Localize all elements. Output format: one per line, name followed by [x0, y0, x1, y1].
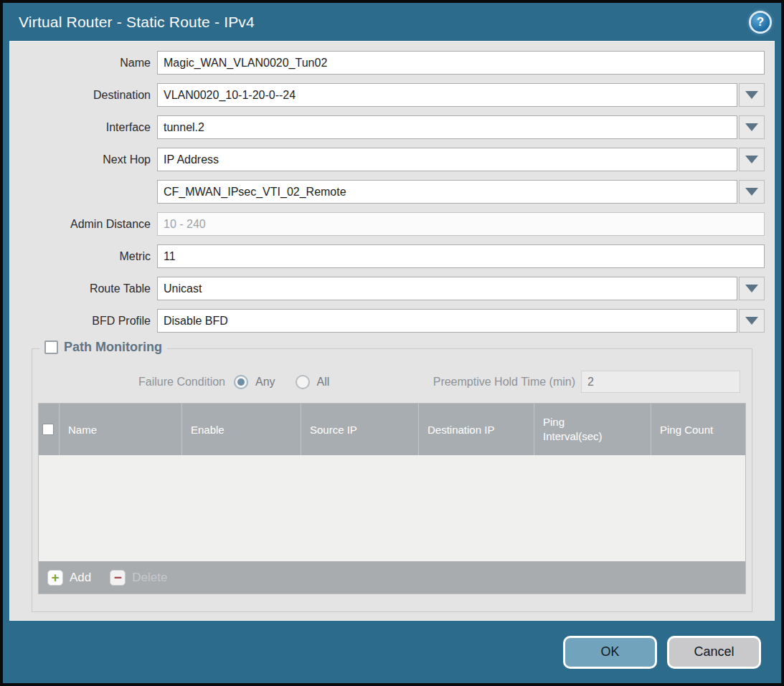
- table-header-source-ip[interactable]: Source IP: [301, 404, 418, 455]
- interface-input[interactable]: [157, 115, 737, 139]
- chevron-down-icon: [745, 91, 758, 99]
- ok-button[interactable]: OK: [563, 636, 657, 669]
- field-row-admin-distance: Admin Distance: [19, 212, 765, 236]
- failure-condition-label: Failure Condition: [44, 376, 234, 389]
- path-monitoring-section: Path Monitoring Failure Condition Any Al…: [32, 348, 752, 612]
- table-header-enable[interactable]: Enable: [181, 404, 301, 455]
- preemptive-hold-time-label: Preemptive Hold Time (min): [433, 376, 581, 389]
- path-monitoring-checkbox[interactable]: [44, 340, 58, 354]
- table-header-ping-interval[interactable]: Ping Interval(sec): [534, 404, 651, 455]
- plus-icon: +: [47, 570, 63, 586]
- table-body-empty: [39, 455, 745, 561]
- field-row-bfd-profile: BFD Profile: [19, 309, 765, 333]
- bfd-profile-input[interactable]: [157, 309, 737, 333]
- route-table-input[interactable]: [157, 277, 737, 300]
- failure-condition-radio-group: Any All: [234, 375, 329, 389]
- chevron-down-icon: [745, 285, 758, 292]
- radio-all-icon: [296, 375, 310, 389]
- radio-any-label: Any: [255, 376, 275, 389]
- field-row-name: Name: [19, 51, 765, 75]
- metric-label: Metric: [19, 250, 157, 263]
- delete-button[interactable]: − Delete: [110, 570, 167, 586]
- field-row-next-hop-address: [19, 180, 765, 204]
- next-hop-label: Next Hop: [19, 153, 157, 166]
- radio-all-label: All: [317, 376, 330, 389]
- destination-dropdown-button[interactable]: [739, 83, 765, 107]
- failure-condition-row: Failure Condition Any All Preemptive Hol…: [44, 371, 740, 393]
- cancel-button[interactable]: Cancel: [667, 636, 761, 669]
- table-header-row: Name Enable Source IP Destination IP Pin…: [39, 404, 745, 455]
- add-button-label: Add: [70, 571, 91, 585]
- add-button[interactable]: + Add: [47, 570, 91, 586]
- table-toolbar: + Add − Delete: [39, 561, 745, 594]
- select-all-checkbox[interactable]: [42, 424, 54, 435]
- static-route-dialog: Virtual Router - Static Route - IPv4 ? N…: [0, 0, 784, 686]
- chevron-down-icon: [745, 156, 758, 163]
- field-row-interface: Interface: [19, 115, 765, 139]
- failure-condition-all-option[interactable]: All: [296, 375, 330, 389]
- destination-input[interactable]: [157, 83, 737, 107]
- metric-input[interactable]: [157, 244, 765, 268]
- destination-label: Destination: [19, 89, 157, 102]
- admin-distance-input[interactable]: [157, 212, 765, 236]
- path-monitoring-legend: Path Monitoring: [39, 340, 167, 355]
- name-input[interactable]: [157, 51, 765, 75]
- dialog-titlebar: Virtual Router - Static Route - IPv4 ?: [3, 3, 781, 41]
- bfd-profile-label: BFD Profile: [19, 315, 157, 328]
- dialog-footer: OK Cancel: [3, 621, 781, 683]
- field-row-route-table: Route Table: [19, 277, 765, 300]
- chevron-down-icon: [745, 317, 758, 325]
- chevron-down-icon: [745, 188, 758, 196]
- path-monitoring-table: Name Enable Source IP Destination IP Pin…: [38, 403, 746, 594]
- delete-button-label: Delete: [132, 571, 167, 585]
- dialog-title: Virtual Router - Static Route - IPv4: [19, 14, 255, 31]
- route-table-dropdown-button[interactable]: [739, 277, 765, 300]
- next-hop-type-dropdown-button[interactable]: [739, 148, 765, 171]
- table-header-name[interactable]: Name: [59, 404, 181, 455]
- help-icon[interactable]: ?: [751, 13, 770, 32]
- route-table-label: Route Table: [19, 282, 157, 295]
- admin-distance-label: Admin Distance: [19, 218, 157, 231]
- preemptive-hold-time-group: Preemptive Hold Time (min): [433, 371, 740, 393]
- chevron-down-icon: [745, 123, 758, 131]
- next-hop-address-input[interactable]: [157, 180, 737, 204]
- interface-dropdown-button[interactable]: [739, 115, 765, 139]
- bfd-profile-dropdown-button[interactable]: [739, 309, 765, 333]
- table-header-ping-count[interactable]: Ping Count: [651, 404, 745, 455]
- minus-icon: −: [110, 570, 126, 586]
- field-row-metric: Metric: [19, 244, 765, 268]
- next-hop-type-input[interactable]: [157, 148, 737, 171]
- failure-condition-any-option[interactable]: Any: [234, 375, 275, 389]
- dialog-body: Name Destination Interface Next Hop: [9, 41, 775, 621]
- preemptive-hold-time-input[interactable]: [581, 371, 740, 393]
- name-label: Name: [19, 57, 157, 70]
- radio-any-icon: [234, 375, 248, 389]
- field-row-next-hop: Next Hop: [19, 148, 765, 171]
- table-header-select-all[interactable]: [39, 404, 59, 455]
- field-row-destination: Destination: [19, 83, 765, 107]
- path-monitoring-title: Path Monitoring: [64, 340, 162, 355]
- next-hop-address-dropdown-button[interactable]: [739, 180, 765, 204]
- interface-label: Interface: [19, 121, 157, 134]
- table-header-destination-ip[interactable]: Destination IP: [418, 404, 534, 455]
